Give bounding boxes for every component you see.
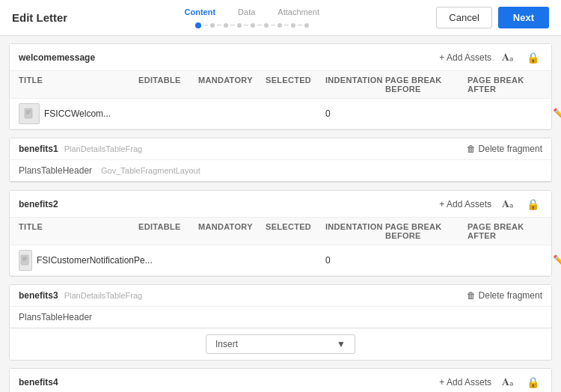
table-header-welcomemessage: TITLE EDITABLE MANDATORY SELECTED INDENT… <box>10 71 551 99</box>
lock-icon-b4[interactable]: 🔒 <box>524 375 542 390</box>
wizard-steps: Content Data Attachment <box>185 7 319 28</box>
svg-rect-0 <box>25 108 32 118</box>
section-b1-header-left: benefits1 PlanDetailsTableFrag <box>19 144 142 154</box>
col-pafter-b2: PAGE BREAK AFTER <box>468 222 550 240</box>
edit-icon-b2[interactable]: ✏️ <box>550 253 561 268</box>
table-row: FSICCWelcom... 0 ✏️ 🗑 > + <box>10 99 551 129</box>
col-page-break-after: PAGE BREAK AFTER <box>468 76 550 94</box>
cell-indentation-w: 0 <box>325 108 385 119</box>
wizard-dot-4 <box>237 23 242 28</box>
fragment-row-benefits1: PlansTableHeader Gov_TableFragmentLayout <box>10 160 551 182</box>
add-assets-button-welcomemessage[interactable]: + Add Assets <box>439 52 491 63</box>
page-header: Edit Letter Content Data Attachment <box>0 0 561 36</box>
delete-fragment-button-benefits1[interactable]: 🗑 Delete fragment <box>467 144 542 154</box>
section-name-benefits3: benefits3 <box>19 290 58 301</box>
wizard-dot-2 <box>210 23 215 28</box>
wizard-dot-attach <box>304 23 309 28</box>
fragment-row-benefits3: PlansTableHeader <box>10 307 551 328</box>
section-benefits1-header: benefits1 PlanDetailsTableFrag 🗑 Delete … <box>10 138 551 160</box>
file-name-b2: FSICustomerNotificationPe... <box>37 255 153 266</box>
col-indentation-b2: INDENTATION <box>325 222 385 240</box>
edit-icon-welcomemessage[interactable]: ✏️ <box>550 106 561 121</box>
header-actions: Cancel Next <box>436 7 549 28</box>
section-b4-header-left: benefits4 <box>19 377 58 388</box>
col-editable: EDITABLE <box>138 76 198 94</box>
next-button[interactable]: Next <box>498 7 549 28</box>
col-selected-b2: SELECTED <box>266 222 325 240</box>
section-benefits3: benefits3 PlanDetailsTableFrag 🗑 Delete … <box>9 284 552 361</box>
cancel-button[interactable]: Cancel <box>436 7 491 28</box>
section-welcomemessage-header: welcomemessage + Add Assets 𝐀ₐ 🔒 <box>10 44 551 71</box>
add-assets-button-benefits2[interactable]: + Add Assets <box>439 199 491 209</box>
delete-fragment-button-benefits3[interactable]: 🗑 Delete fragment <box>467 290 542 301</box>
wizard-step-data: Data <box>238 7 255 16</box>
col-page-break-before: PAGE BREAK BEFORE <box>385 76 468 94</box>
file-thumb-b2: FSICustomerNotificationPe... <box>19 250 138 271</box>
text-style-icon-welcomemessage[interactable]: 𝐀ₐ <box>499 49 516 65</box>
col-selected: SELECTED <box>266 76 325 94</box>
text-style-icon-b4[interactable]: 𝐀ₐ <box>499 374 516 390</box>
wizard-line-3 <box>230 25 235 25</box>
fragment-subname-b1: Gov_TableFragmentLayout <box>101 166 200 175</box>
wizard-step-content: Content <box>185 7 216 16</box>
section-name-benefits1: benefits1 <box>19 144 58 154</box>
wizard-line-8 <box>298 25 302 25</box>
wizard-dot-6 <box>264 23 269 28</box>
section-subname-benefits3: PlanDetailsTableFrag <box>64 291 143 300</box>
wizard-dot-7 <box>278 23 282 28</box>
section-b2-header-left: benefits2 <box>19 199 58 209</box>
wizard-line-7 <box>284 25 289 25</box>
wizard-dot-data <box>291 23 295 28</box>
chevron-down-icon: ▼ <box>337 339 346 349</box>
col-pbefore-b2: PAGE BREAK BEFORE <box>385 222 468 240</box>
section-name-benefits4: benefits4 <box>19 377 58 388</box>
cell-indentation-b2: 0 <box>325 255 385 266</box>
file-thumbnail-b2 <box>19 250 32 271</box>
file-thumb-welcomemessage: FSICCWelcom... <box>19 103 138 124</box>
trash-icon-b3: 🗑 <box>467 290 476 301</box>
insert-label: Insert <box>215 339 238 349</box>
fragment-name-b3: PlansTableHeader <box>19 312 92 322</box>
section-b3-header-left: benefits3 PlanDetailsTableFrag <box>19 290 142 301</box>
wizard-dots-row <box>195 22 309 28</box>
insert-row-benefits3: Insert ▼ <box>10 328 551 360</box>
section-benefits4: benefits4 + Add Assets 𝐀ₐ 🔒 TITLE EDITAB… <box>9 368 552 392</box>
section-subname-benefits1: PlanDetailsTableFrag <box>64 144 143 153</box>
col-actions <box>550 76 561 94</box>
page-title: Edit Letter <box>12 11 67 24</box>
row-actions-b2: ✏️ 🗑 > + <box>550 253 561 268</box>
table-header-benefits2: TITLE EDITABLE MANDATORY SELECTED INDENT… <box>10 218 551 245</box>
section-benefits2: benefits2 + Add Assets 𝐀ₐ 🔒 TITLE EDITAB… <box>9 190 552 277</box>
section-benefits4-header: benefits4 + Add Assets 𝐀ₐ 🔒 <box>10 369 551 392</box>
wizard-dot-3 <box>224 23 228 28</box>
col-actions-b2 <box>550 222 561 240</box>
section-header-left: welcomemessage <box>19 52 95 63</box>
col-mandatory: MANDATORY <box>198 76 266 94</box>
section-b2-header-right: + Add Assets 𝐀ₐ 🔒 <box>439 196 542 212</box>
wizard-dot-1 <box>195 22 201 28</box>
fragment-name-b1: PlansTableHeader <box>19 165 92 176</box>
lock-icon-b2[interactable]: 🔒 <box>524 197 542 212</box>
wizard-line-5 <box>257 25 262 25</box>
section-b3-header-right: 🗑 Delete fragment <box>467 290 542 301</box>
section-name-welcomemessage: welcomemessage <box>19 52 95 63</box>
insert-dropdown-benefits3[interactable]: Insert ▼ <box>206 334 355 354</box>
wizard-line-1 <box>203 25 208 25</box>
row-actions-welcomemessage: ✏️ 🗑 > + <box>550 106 561 121</box>
wizard-line-4 <box>244 25 248 25</box>
col-mandatory-b2: MANDATORY <box>198 222 266 240</box>
col-title-b2: TITLE <box>19 222 138 240</box>
text-style-icon-b2[interactable]: 𝐀ₐ <box>499 196 516 212</box>
section-b4-header-right: + Add Assets 𝐀ₐ 🔒 <box>439 374 542 390</box>
col-editable-b2: EDITABLE <box>138 222 198 240</box>
trash-icon-b1: 🗑 <box>467 144 476 154</box>
svg-rect-4 <box>21 255 28 265</box>
section-header-right: + Add Assets 𝐀ₐ 🔒 <box>439 49 542 65</box>
lock-icon-welcomemessage[interactable]: 🔒 <box>524 50 542 65</box>
col-title: TITLE <box>19 76 138 94</box>
section-welcomemessage: welcomemessage + Add Assets 𝐀ₐ 🔒 TITLE E… <box>9 43 552 130</box>
wizard-line-2 <box>217 25 221 25</box>
section-b1-header-right: 🗑 Delete fragment <box>467 144 542 154</box>
add-assets-button-benefits4[interactable]: + Add Assets <box>439 377 491 388</box>
file-thumbnail <box>19 103 40 124</box>
